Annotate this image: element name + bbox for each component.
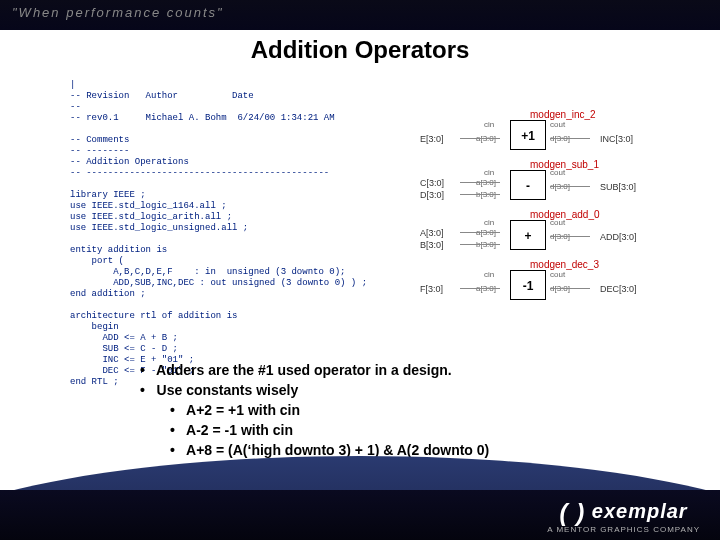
sub-bullet-1: • A+2 = +1 with cin <box>170 400 489 420</box>
port-left: E[3:0] <box>420 134 444 144</box>
bullet-list: • Adders are the #1 used operator in a d… <box>140 360 489 460</box>
op-box: -1 <box>510 270 546 300</box>
port-right: SUB[3:0] <box>600 182 636 192</box>
block-dec: modgen_dec_3 -1 F[3:0] cin a[3:0] cout d… <box>420 260 680 310</box>
slide-title: Addition Operators <box>0 36 720 64</box>
logo-brand: ( ) exemplar <box>547 499 700 527</box>
bullet-1: • Adders are the #1 used operator in a d… <box>140 360 489 380</box>
slide-content: Addition Operators | -- Revision Author … <box>0 30 720 490</box>
op-box: - <box>510 170 546 200</box>
port-right: DEC[3:0] <box>600 284 637 294</box>
pin: cin <box>484 270 494 279</box>
block-add: modgen_add_0 + A[3:0] B[3:0] cin a[3:0] … <box>420 210 680 260</box>
schematic-area: modgen_inc_2 +1 E[3:0] cin a[3:0] cout d… <box>420 110 680 310</box>
block-name: modgen_dec_3 <box>530 259 599 270</box>
pin: cout <box>550 168 565 177</box>
top-tagline: "When performance counts" <box>0 0 720 30</box>
port-left: A[3:0] <box>420 228 444 238</box>
port-right: ADD[3:0] <box>600 232 637 242</box>
op-box: + <box>510 220 546 250</box>
port-left: B[3:0] <box>420 240 444 250</box>
block-name: modgen_inc_2 <box>530 109 596 120</box>
vhdl-code: | -- Revision Author Date -- -- rev0.1 M… <box>70 80 410 388</box>
logo: ( ) exemplar A MENTOR GRAPHICS COMPANY <box>547 499 700 534</box>
pin: cin <box>484 168 494 177</box>
logo-tagline: A MENTOR GRAPHICS COMPANY <box>547 525 700 534</box>
pin: cout <box>550 218 565 227</box>
bullet-2: • Use constants wisely <box>140 380 489 400</box>
port-left: F[3:0] <box>420 284 443 294</box>
port-left: C[3:0] <box>420 178 444 188</box>
pin: cout <box>550 270 565 279</box>
sub-bullet-2: • A-2 = -1 with cin <box>170 420 489 440</box>
op-box: +1 <box>510 120 546 150</box>
block-sub: modgen_sub_1 - C[3:0] D[3:0] cin a[3:0] … <box>420 160 680 210</box>
block-inc: modgen_inc_2 +1 E[3:0] cin a[3:0] cout d… <box>420 110 680 160</box>
pin: cin <box>484 120 494 129</box>
pin: cin <box>484 218 494 227</box>
port-left: D[3:0] <box>420 190 444 200</box>
pin: cout <box>550 120 565 129</box>
port-right: INC[3:0] <box>600 134 633 144</box>
